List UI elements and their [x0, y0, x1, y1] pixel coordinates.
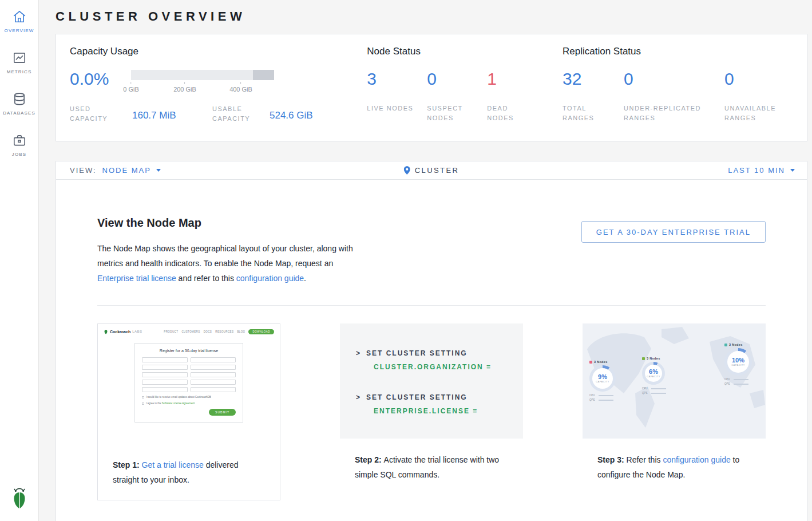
enterprise-trial-license-link[interactable]: Enterprise trial license [97, 274, 176, 283]
get-trial-license-link[interactable]: Get a trial license [142, 460, 204, 469]
mini-brand: Cockroach LABS [104, 329, 142, 334]
step2-prefix: Step 2: [355, 455, 384, 464]
suspect-nodes-value: 0 [427, 70, 487, 88]
mini-brand-name: Cockroach [110, 330, 130, 334]
map-region-3: 3 Nodes 10% CAPACITY CPU QPS [724, 343, 752, 385]
capacity-gauge-axis: 0 GiB 200 GiB 400 GiB [131, 82, 274, 96]
region-dot-icon [724, 344, 727, 346]
mini-agree-pre: I agree to the [146, 402, 162, 405]
step3-card: 3 Nodes 9% CAPACITY CPU QPS [583, 323, 766, 500]
region-capacity-percent: 10% [731, 357, 745, 364]
region-capacity-label: CAPACITY [647, 375, 660, 378]
mini-registration-form: Register for a 30-day trial license I wo… [134, 343, 243, 423]
capacity-usage-title: Capacity Usage [70, 46, 367, 57]
capacity-gauge-bar [131, 70, 274, 80]
region-capacity-percent: 6% [647, 369, 660, 375]
under-replicated-ranges-stat: 0 UNDER-REPLICATED RANGES [624, 70, 724, 123]
region-metric-label: CPU [724, 378, 731, 381]
view-selector-value: NODE MAP [102, 166, 151, 175]
region-node-count: 3 Nodes [647, 357, 660, 360]
sidebar-item-jobs[interactable]: JOBS [0, 133, 39, 157]
code-command-text: SET CLUSTER SETTING [366, 349, 468, 357]
used-capacity-value: 160.7 MiB [132, 104, 212, 121]
dead-nodes-value: 1 [487, 70, 547, 88]
replication-status-title: Replication Status [563, 46, 793, 57]
capacity-percent: 0.0% [70, 70, 131, 96]
code-command-text: SET CLUSTER SETTING [366, 393, 468, 401]
view-bar: VIEW: NODE MAP CLUSTER LAST 10 MIN [56, 161, 807, 180]
code-prompt: > [356, 393, 361, 401]
cluster-label: CLUSTER [415, 166, 459, 175]
location-pin-icon [404, 166, 410, 175]
sidebar: OVERVIEW METRICS DATABASES JOBS [0, 0, 39, 521]
mini-nav-item: RESOURCES [215, 330, 233, 333]
live-nodes-value: 3 [367, 70, 427, 88]
gauge-tick: 0 GiB [123, 82, 139, 93]
time-range-value: LAST 10 MIN [728, 166, 785, 175]
gauge-tick: 400 GiB [229, 82, 252, 93]
map-region-1: 3 Nodes 9% CAPACITY CPU QPS [589, 360, 616, 401]
cluster-summary-card: Capacity Usage 0.0% 0 GiB 200 GiB 400 Gi… [56, 34, 807, 141]
configuration-guide-link[interactable]: configuration guide [663, 455, 730, 464]
mini-brand-suffix: LABS [132, 330, 142, 333]
enterprise-trial-button[interactable]: GET A 30-DAY ENTERPRISE TRIAL [581, 221, 766, 243]
region-node-count: 3 Nodes [594, 360, 608, 364]
sidebar-item-overview[interactable]: OVERVIEW [0, 9, 39, 33]
dead-nodes-label: DEAD NODES [487, 104, 534, 123]
code-argument: ENTERPRISE.LICENSE = [340, 404, 523, 418]
region-metric-label: CPU [642, 387, 649, 390]
capacity-donut: 9% CAPACITY [589, 365, 616, 392]
breadcrumb-cluster: CLUSTER [404, 166, 459, 175]
suspect-nodes-label: SUSPECT NODES [427, 104, 474, 123]
region-metric-label: CPU [589, 394, 596, 397]
sidebar-item-metrics[interactable]: METRICS [0, 50, 39, 74]
node-status-section: Node Status 3 LIVE NODES 0 SUSPECT NODES… [367, 46, 563, 129]
sidebar-item-databases[interactable]: DATABASES [0, 92, 39, 116]
mini-nav-item: PRODUCT [164, 330, 178, 333]
mini-agree-text: I agree to the Software License Agreemen… [146, 402, 195, 405]
briefcase-icon [12, 133, 27, 148]
used-capacity-label: USED CAPACITY [70, 104, 116, 124]
view-selector-dropdown[interactable]: NODE MAP [102, 166, 161, 175]
time-range-dropdown[interactable]: LAST 10 MIN [728, 166, 795, 175]
capacity-donut: 10% CAPACITY [724, 348, 752, 376]
metrics-icon [12, 50, 27, 65]
code-command: >SET CLUSTER SETTING [340, 346, 523, 360]
dead-nodes-stat: 1 DEAD NODES [487, 70, 547, 123]
step3-text: Refer this [627, 455, 663, 464]
code-command: >SET CLUSTER SETTING [340, 390, 523, 404]
gauge-tick: 200 GiB [173, 82, 196, 93]
region-metric-label: QPS [642, 392, 649, 394]
mini-agree-link: Software License Agreement [162, 402, 195, 405]
mini-nav-item: CUSTOMERS [181, 330, 200, 333]
live-nodes-stat: 3 LIVE NODES [367, 70, 427, 123]
sidebar-item-label: METRICS [7, 69, 32, 74]
mini-nav-item: DOCS [204, 330, 212, 333]
databases-icon [12, 92, 27, 106]
total-ranges-value: 32 [563, 70, 624, 88]
description-text: The Node Map shows the geographical layo… [97, 244, 353, 268]
code-argument: CLUSTER.ORGANIZATION = [340, 360, 523, 374]
mini-checkbox [142, 402, 144, 405]
mini-form-title: Register for a 30-day trial license [142, 349, 236, 353]
usable-capacity-label: USABLE CAPACITY [212, 104, 258, 124]
total-ranges-label: TOTAL RANGES [563, 104, 614, 123]
sidebar-item-label: JOBS [12, 152, 26, 157]
step1-prefix: Step 1: [113, 460, 142, 469]
mini-bug-icon [104, 329, 108, 334]
step3-caption: Step 3: Refer this configuration guide t… [597, 452, 751, 482]
region-node-count: 3 Nodes [729, 343, 743, 346]
step3-prefix: Step 3: [597, 455, 627, 464]
unavailable-ranges-label: UNAVAILABLE RANGES [724, 104, 787, 123]
region-capacity-label: CAPACITY [596, 380, 609, 383]
map-region-2: 3 Nodes 6% CAPACITY CPU QPS [642, 357, 666, 394]
capacity-gauge: 0 GiB 200 GiB 400 GiB [131, 70, 274, 96]
mini-download-button: DOWNLOAD [248, 329, 274, 334]
region-capacity-label: CAPACITY [731, 364, 745, 366]
mini-optin-text: I would like to receive email updates ab… [146, 396, 211, 398]
description-text: and refer to this [176, 274, 236, 283]
under-replicated-ranges-value: 0 [624, 70, 724, 88]
step1-card: Cockroach LABS PRODUCT CUSTOMERS DOCS RE… [97, 323, 280, 500]
view-label: VIEW: [70, 166, 97, 175]
configuration-guide-link[interactable]: configuration guide [236, 274, 304, 283]
